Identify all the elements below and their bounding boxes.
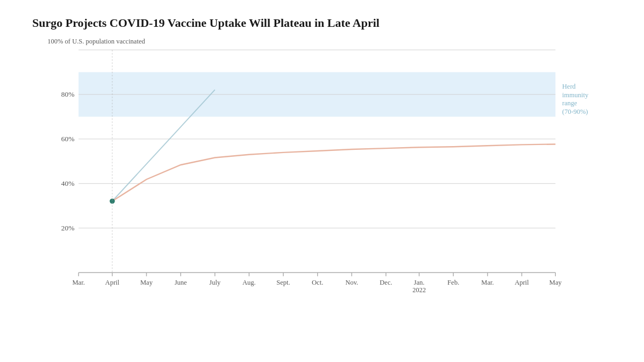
y-axis-label: 100% of U.S. population vaccinated bbox=[47, 38, 145, 45]
actual-line bbox=[112, 144, 555, 201]
herd-label-line2: immunity bbox=[562, 91, 589, 99]
x-label-april1: April bbox=[105, 279, 120, 286]
chart-container: Surgo Projects COVID-19 Vaccine Uptake W… bbox=[0, 0, 644, 362]
herd-label-line1: Herd bbox=[562, 83, 576, 90]
x-label-april2: April bbox=[514, 279, 529, 286]
y-tick-80: 80% bbox=[61, 90, 75, 98]
herd-label-line3: range bbox=[562, 99, 577, 107]
x-label-mar: Mar. bbox=[72, 279, 84, 286]
x-label-may2: May bbox=[549, 279, 562, 286]
x-label-2022: 2022 bbox=[412, 286, 426, 294]
y-tick-60: 60% bbox=[61, 135, 75, 143]
x-label-jan: Jan. bbox=[414, 279, 425, 286]
x-label-july: July bbox=[209, 279, 221, 286]
x-label-dec: Dec. bbox=[380, 279, 392, 286]
x-label-oct: Oct. bbox=[312, 279, 323, 286]
chart-title: Surgo Projects COVID-19 Vaccine Uptake W… bbox=[32, 16, 622, 30]
y-tick-40: 40% bbox=[61, 179, 75, 187]
x-label-may1: May bbox=[140, 279, 153, 286]
x-label-mar2: Mar. bbox=[481, 279, 493, 286]
x-label-june: June bbox=[175, 279, 187, 286]
y-tick-20: 20% bbox=[61, 224, 75, 232]
herd-label-line4: (70-90%) bbox=[562, 108, 588, 115]
x-label-nov: Nov. bbox=[345, 279, 358, 286]
x-label-sept: Sept. bbox=[276, 279, 290, 286]
x-label-feb: Feb. bbox=[447, 279, 459, 286]
chart-svg: 100% of U.S. population vaccinated 80% 6… bbox=[32, 34, 622, 324]
x-label-aug: Aug. bbox=[242, 279, 256, 286]
chart-area: 100% of U.S. population vaccinated 80% 6… bbox=[32, 34, 622, 324]
